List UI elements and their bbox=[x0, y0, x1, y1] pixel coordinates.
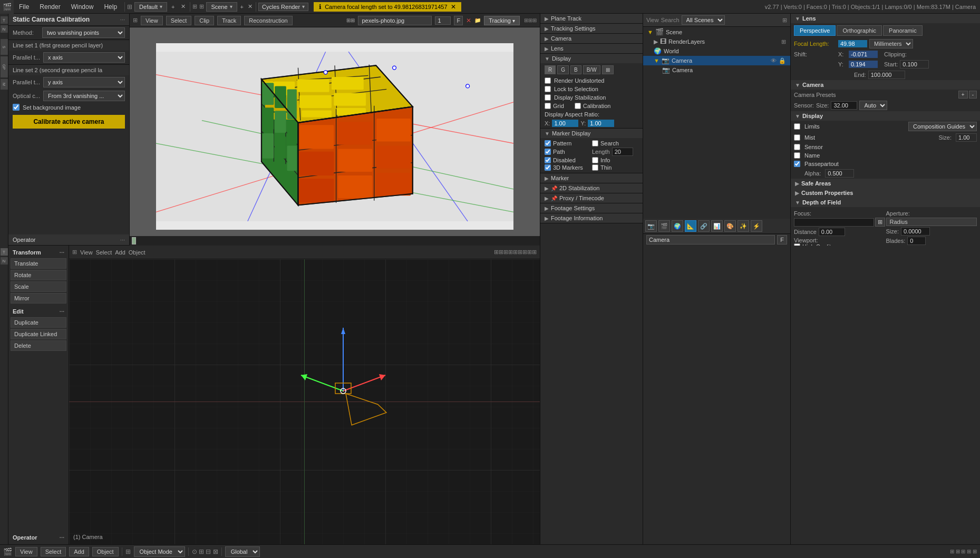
tree-renderlayers[interactable]: ▶ 🎞 RenderLayers ⊞ bbox=[643, 37, 790, 46]
search-chk[interactable] bbox=[592, 140, 598, 146]
prop-icon-scene[interactable]: 🎬 bbox=[658, 220, 670, 232]
btn-r[interactable]: R bbox=[545, 65, 556, 74]
render-undistorted-chk[interactable] bbox=[545, 77, 551, 84]
clip-viewport[interactable] bbox=[130, 27, 540, 246]
viewport-canvas[interactable]: User Persp bbox=[69, 259, 540, 544]
tree-scene[interactable]: ▼ 🎬 Scene bbox=[643, 27, 790, 37]
select-bottom-btn[interactable]: Select bbox=[41, 547, 66, 556]
prop-icon-data[interactable]: 📊 bbox=[711, 220, 723, 232]
camera-name-f-btn[interactable]: F bbox=[777, 235, 787, 244]
close-scene-btn[interactable]: ✕ bbox=[247, 3, 254, 10]
mist-chk[interactable] bbox=[794, 134, 800, 141]
nav-icon-2[interactable]: N bbox=[1, 25, 8, 33]
tree-world[interactable]: 🌍 World bbox=[643, 46, 790, 56]
custom-props-header[interactable]: ▶ Custom Properties bbox=[791, 188, 980, 198]
edit-options[interactable]: ··· bbox=[60, 308, 64, 315]
distance-input[interactable] bbox=[819, 228, 845, 236]
pattern-chk[interactable] bbox=[545, 140, 551, 146]
length-input[interactable] bbox=[612, 148, 633, 156]
transform-options[interactable]: ··· bbox=[60, 249, 64, 256]
rotate-btn[interactable]: Rotate bbox=[11, 270, 66, 280]
mist-size-input[interactable] bbox=[956, 133, 977, 142]
alpha-input[interactable] bbox=[825, 169, 854, 178]
focal-unit-select[interactable]: Millimeters bbox=[869, 39, 913, 48]
limits-chk[interactable] bbox=[794, 123, 800, 130]
engine-selector[interactable]: Cycles Render ▾ bbox=[258, 3, 308, 11]
prop-icon-material[interactable]: 🎨 bbox=[724, 220, 736, 232]
object-bottom-btn[interactable]: Object bbox=[92, 547, 119, 556]
calibrate-btn[interactable]: Calibrate active camera bbox=[13, 115, 125, 129]
open-clip-btn[interactable]: 📁 bbox=[474, 17, 481, 23]
3d-markers-chk[interactable] bbox=[545, 164, 551, 171]
sensor-auto-select[interactable]: Auto bbox=[859, 101, 887, 110]
nav-icon-solve[interactable]: S bbox=[1, 39, 8, 55]
panel-options-icon[interactable]: ··· bbox=[120, 16, 125, 23]
view-menu-btn[interactable]: View bbox=[141, 16, 163, 25]
presets-add-btn[interactable]: + bbox=[958, 91, 968, 99]
shift-y-input[interactable] bbox=[849, 61, 878, 68]
btn-extra[interactable]: ⊞ bbox=[602, 65, 614, 74]
frame-input[interactable] bbox=[435, 16, 451, 25]
select-3d-menu[interactable]: Select bbox=[96, 249, 112, 256]
mirror-btn[interactable]: Mirror bbox=[11, 293, 66, 304]
thin-chk[interactable] bbox=[592, 164, 598, 171]
btn-b[interactable]: B bbox=[570, 65, 581, 74]
reconstruction-btn[interactable]: Reconstruction bbox=[244, 16, 292, 25]
tracking-settings-header[interactable]: ▶ Tracking Settings bbox=[540, 24, 643, 33]
mode-select[interactable]: Object Mode bbox=[134, 546, 185, 557]
prop-icon-render[interactable]: 📷 bbox=[645, 220, 657, 232]
safe-areas-header[interactable]: ▶ Safe Areas bbox=[791, 179, 980, 188]
footage-info-header[interactable]: ▶ Footage Information bbox=[540, 213, 643, 223]
operator-options[interactable]: ··· bbox=[120, 237, 125, 243]
optical-select[interactable]: From 3rd vanishing ... bbox=[43, 91, 125, 101]
scene-selector[interactable]: Scene ▾ bbox=[206, 2, 237, 12]
workspace-selector[interactable]: Default ▾ bbox=[134, 2, 167, 12]
clip-end-input[interactable] bbox=[868, 71, 905, 79]
camera-hide-icon[interactable]: 👁 bbox=[771, 57, 777, 64]
size-dof-input[interactable] bbox=[901, 227, 930, 236]
disabled-chk[interactable] bbox=[545, 157, 551, 163]
proxy-pin-icon[interactable]: 📌 bbox=[551, 195, 557, 201]
bottom-nav-1[interactable]: T bbox=[1, 248, 8, 256]
tree-camera-data[interactable]: 📷 Camera bbox=[643, 65, 790, 75]
parallel1-select[interactable]: x axis bbox=[43, 52, 125, 63]
camera-props-header[interactable]: ▼ Camera bbox=[791, 80, 980, 90]
viewport-icon[interactable]: ⊞ bbox=[72, 249, 77, 256]
tree-sync-icon[interactable]: ⊞ bbox=[782, 17, 787, 24]
menu-render[interactable]: Render bbox=[34, 0, 65, 13]
view-btn-tree[interactable]: View bbox=[646, 17, 659, 23]
stab-pin-icon[interactable]: 📌 bbox=[551, 185, 557, 191]
translate-btn[interactable]: Translate bbox=[11, 258, 66, 269]
menu-help[interactable]: Help bbox=[99, 0, 122, 13]
passepartout-chk[interactable] bbox=[794, 161, 800, 167]
path-chk[interactable] bbox=[545, 149, 551, 155]
tab-perspective[interactable]: Perspective bbox=[794, 25, 836, 36]
bottom-nav-2[interactable]: N bbox=[1, 257, 8, 265]
calibration-chk[interactable] bbox=[575, 103, 581, 109]
lens-section-header[interactable]: ▶ Lens bbox=[540, 44, 643, 53]
parallel2-select[interactable]: y axis bbox=[43, 77, 125, 87]
track-menu-btn[interactable]: Track bbox=[217, 16, 241, 25]
status-close[interactable]: ✕ bbox=[451, 3, 456, 11]
clip-editor-icon[interactable]: ⊞ bbox=[133, 17, 138, 24]
duplicate-btn[interactable]: Duplicate bbox=[11, 317, 66, 328]
proxy-header[interactable]: ▶ 📌 Proxy / Timecode bbox=[540, 193, 643, 203]
scale-btn[interactable]: Scale bbox=[11, 281, 66, 292]
stabilization-2d-header[interactable]: ▶ 📌 2D Stabilization bbox=[540, 183, 643, 193]
display-props-header[interactable]: ▼ Display bbox=[791, 111, 980, 121]
grid-chk[interactable] bbox=[545, 103, 551, 109]
add-bottom-btn[interactable]: Add bbox=[69, 547, 89, 556]
tab-panoramic[interactable]: Panoramic bbox=[883, 25, 923, 36]
camera-name-input[interactable] bbox=[646, 235, 775, 244]
global-select[interactable]: Global bbox=[225, 546, 260, 557]
nav-icon-misc[interactable]: M bbox=[1, 79, 8, 90]
clip-filename-input[interactable] bbox=[358, 16, 432, 25]
btn-bw[interactable]: B/W bbox=[583, 65, 600, 74]
duplicate-linked-btn[interactable]: Duplicate Linked bbox=[11, 329, 66, 339]
menu-file[interactable]: File bbox=[14, 0, 34, 13]
camera-section-header[interactable]: ▶ Camera bbox=[540, 34, 643, 43]
footage-settings-header[interactable]: ▶ Footage Settings bbox=[540, 203, 643, 213]
add-3d-menu[interactable]: Add bbox=[115, 249, 125, 256]
aspect-y-input[interactable] bbox=[588, 120, 614, 127]
tracking-mode-btn[interactable]: Tracking ▾ bbox=[484, 16, 520, 25]
